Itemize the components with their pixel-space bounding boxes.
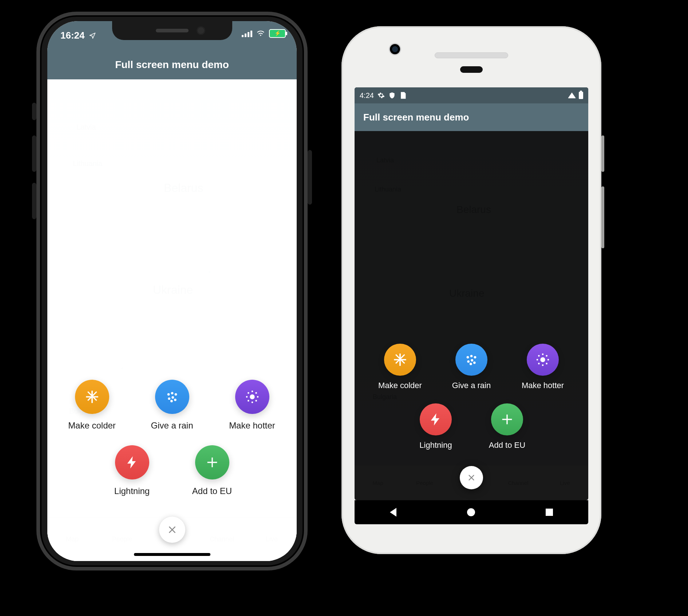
app-header-title: Full screen menu demo — [115, 59, 229, 71]
menu-item-label: Give a rain — [151, 420, 193, 431]
android-screen: 4:24 Full screen menu demo Latvia — [355, 87, 588, 500]
gear-icon — [377, 92, 385, 99]
close-icon — [167, 525, 177, 534]
menu-item-label: Make colder — [378, 381, 422, 390]
android-front-camera — [389, 43, 401, 55]
android-status-time: 4:24 — [360, 91, 374, 100]
menu-item-give-a-rain[interactable]: Give a rain — [437, 344, 506, 390]
android-status-bar: 4:24 — [355, 87, 588, 103]
cellular-signal-icon — [242, 30, 252, 37]
menu-item-label: Make hotter — [522, 381, 564, 390]
close-icon — [467, 474, 475, 482]
battery-charging-icon: ⚡ — [269, 29, 286, 38]
menu-item-label: Lightning — [419, 441, 452, 450]
android-earpiece — [435, 52, 508, 58]
menu-item-make-hotter[interactable]: Make hotter — [216, 380, 289, 431]
wifi-icon — [256, 30, 265, 37]
rain-icon — [155, 380, 189, 414]
android-sensor — [460, 66, 483, 73]
android-back-button[interactable] — [390, 508, 396, 517]
menu-item-label: Lightning — [114, 486, 150, 496]
android-home-button[interactable] — [467, 508, 475, 516]
ios-status-time: 16:24 — [60, 30, 85, 41]
menu-item-label: Give a rain — [452, 381, 491, 390]
iphone-mute-switch — [32, 103, 36, 120]
iphone-volume-down — [32, 183, 36, 219]
snowflake-icon — [384, 344, 416, 376]
app-header-title: Full screen menu demo — [363, 112, 469, 123]
battery-icon — [579, 92, 583, 99]
menu-item-lightning[interactable]: Lightning — [401, 403, 470, 450]
menu-item-add-to-eu[interactable]: Add to EU — [472, 403, 542, 450]
plus-icon — [195, 445, 229, 479]
android-nav-bar — [355, 500, 588, 524]
app-header: Full screen menu demo — [47, 50, 297, 79]
menu-item-add-to-eu[interactable]: Add to EU — [176, 445, 249, 496]
rain-icon — [455, 344, 487, 376]
fullscreen-menu-overlay[interactable]: Make colder Give a rain Make hotter — [47, 79, 297, 561]
iphone-power-button — [308, 150, 312, 205]
sun-icon — [235, 380, 269, 414]
android-recents-button[interactable] — [546, 509, 553, 516]
menu-item-label: Add to EU — [489, 441, 525, 450]
close-menu-button[interactable] — [460, 466, 483, 489]
sun-icon — [527, 344, 559, 376]
iphone-screen: 16:24 ⚡ Full screen menu demo — [47, 21, 297, 561]
menu-item-label: Make colder — [68, 420, 116, 431]
menu-item-lightning[interactable]: Lightning — [96, 445, 169, 496]
wifi-icon — [568, 92, 576, 98]
app-header: Full screen menu demo — [355, 103, 588, 131]
iphone-device-frame: 16:24 ⚡ Full screen menu demo — [36, 12, 308, 570]
bolt-icon — [115, 445, 149, 479]
menu-item-give-a-rain[interactable]: Give a rain — [136, 380, 209, 431]
menu-item-make-colder[interactable]: Make colder — [56, 380, 128, 431]
close-menu-button[interactable] — [159, 517, 185, 543]
android-volume-rocker — [601, 186, 604, 248]
menu-item-make-hotter[interactable]: Make hotter — [508, 344, 577, 390]
snowflake-icon — [75, 380, 109, 414]
plus-icon — [491, 403, 523, 435]
fullscreen-menu-overlay[interactable]: Make colder Give a rain Make hotter — [355, 131, 588, 500]
location-arrow-icon — [88, 32, 97, 39]
menu-item-make-colder[interactable]: Make colder — [365, 344, 435, 390]
bolt-icon — [420, 403, 452, 435]
android-device-frame: 4:24 Full screen menu demo Latvia — [341, 26, 601, 554]
android-power-button — [601, 135, 604, 172]
menu-item-label: Make hotter — [229, 420, 275, 431]
shield-icon — [388, 92, 396, 99]
home-indicator — [134, 553, 210, 556]
menu-item-label: Add to EU — [192, 486, 232, 496]
iphone-notch — [112, 21, 232, 40]
sd-card-icon — [399, 92, 407, 99]
iphone-volume-up — [32, 135, 36, 172]
